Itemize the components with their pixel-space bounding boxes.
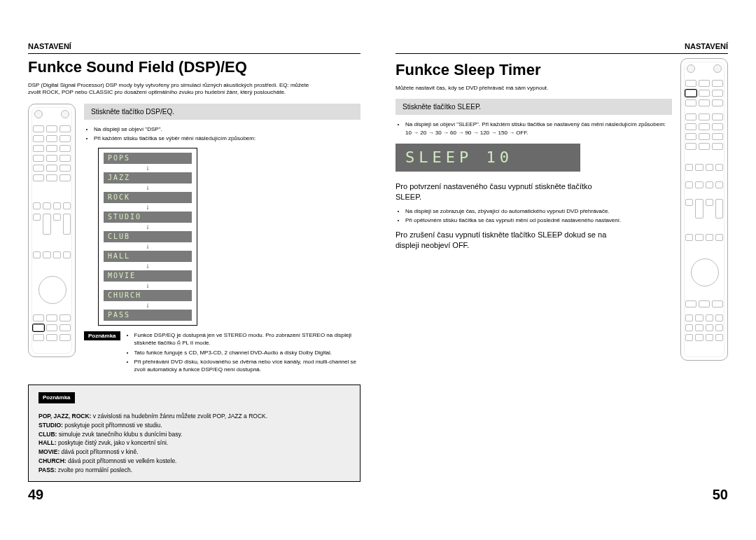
instruction-box-sleep: Stiskněte tlačítko SLEEP. — [396, 99, 672, 115]
step1-bullets-left: Na displeji se objeví "DSP". Při každém … — [84, 125, 360, 142]
page-number-right: 50 — [713, 487, 728, 503]
subheading-cancel: Pro zrušení času vypnutí tiskněte tlačít… — [396, 230, 620, 251]
section-header-left: NASTAVENÍ — [28, 42, 360, 54]
section-header-right: NASTAVENÍ — [396, 42, 728, 54]
sub1-bullets: Na displeji se zobrazuje čas, zbývající … — [396, 207, 672, 224]
mode-cycle-diagram: POPS↓ JAZZ↓ ROCK↓ STUDIO↓ CLUB↓ HALL↓ MO… — [98, 148, 197, 326]
page-title-right: Funkce Sleep Timer — [396, 61, 672, 79]
remote-diagram-right — [680, 58, 728, 361]
lcd-display-sleep: SLEEP 10 — [396, 144, 580, 172]
instruction-box-dsp: Stiskněte tlačítko DSP/EQ. — [84, 104, 360, 120]
note-text-1: Funkce DSP/EQ je dostupná jen ve STEREO … — [126, 331, 360, 375]
page-title-left: Funkce Sound Field (DSP)/EQ — [28, 58, 360, 76]
step1-bullets-right: Na displeji se objeví "SLEEP". Při každé… — [396, 120, 672, 136]
page-number-left: 49 — [28, 487, 43, 503]
intro-right: Můžete nastavit čas, kdy se DVD přehráva… — [396, 85, 672, 92]
footer-note-box: Poznámka POP, JAZZ, ROCK: v závislosti n… — [28, 385, 360, 482]
note-badge: Poznámka — [84, 331, 120, 340]
subheading-confirm: Pro potvrzení nastaveného času vypnutí s… — [396, 181, 620, 203]
intro-left: DSP (Digital Signal Processor) DSP mody … — [28, 82, 322, 97]
remote-diagram-left — [28, 104, 76, 357]
